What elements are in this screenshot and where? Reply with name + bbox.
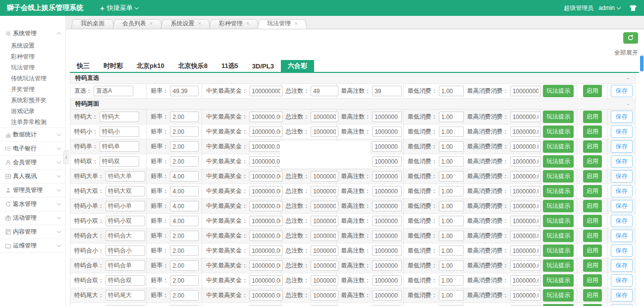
play-hint-button[interactable]: 玩法提示 [543,155,574,168]
max-prize-input[interactable] [249,245,283,256]
min-cost-input[interactable] [439,290,464,301]
play-hint-button[interactable]: 玩法提示 [543,274,574,287]
save-button[interactable]: 保存 [611,111,633,123]
max-bets-input[interactable] [372,260,402,271]
sidebar-item[interactable]: 系统彩预开奖 [0,95,65,106]
section-collapse-toggle[interactable]: - [627,101,629,108]
sidebar-item[interactable]: 开奖管理 [0,84,65,95]
save-button[interactable]: 保存 [611,215,633,227]
odds-input[interactable] [170,141,199,152]
total-bets-input[interactable] [311,260,338,271]
save-button[interactable]: 保存 [611,140,633,153]
play-name-input[interactable] [100,126,139,137]
min-cost-input[interactable] [439,201,464,211]
sidebar-item[interactable]: 注单异常检测 [0,117,65,127]
enable-button[interactable]: 启用 [583,274,602,287]
sidebar-group-toggle-1[interactable]: 系统管理 [0,27,65,40]
min-cost-input[interactable] [439,231,464,241]
play-name-input[interactable] [106,186,145,196]
enable-button[interactable]: 启用 [583,215,602,227]
odds-input[interactable] [170,171,199,182]
max-bets-input[interactable] [372,171,402,182]
enable-button[interactable]: 启用 [583,245,602,257]
min-cost-input[interactable] [439,260,464,271]
odds-input[interactable] [170,216,199,226]
min-cost-input[interactable] [439,186,464,196]
user-menu[interactable]: admin [598,4,620,11]
total-bets-input[interactable] [311,171,338,182]
play-name-input[interactable] [106,231,145,241]
max-bets-input[interactable] [372,231,402,241]
sidebar-collapse-handle[interactable]: ‹ [63,150,69,164]
max-bets-input[interactable] [372,245,402,256]
enable-button[interactable]: 启用 [583,289,602,302]
enable-button[interactable]: 启用 [583,111,602,123]
max-bets-input[interactable] [372,86,402,96]
section-collapse-toggle[interactable]: - [627,75,629,82]
max-bets-input[interactable] [372,290,402,301]
game-tab-6[interactable]: 3D/PL3 [245,60,281,72]
close-icon[interactable]: × [294,21,297,26]
max-bets-input[interactable] [372,186,402,196]
game-tab-3[interactable]: 北京pk10 [130,60,171,72]
max-cost-input[interactable] [510,290,541,301]
max-prize-input[interactable] [249,112,283,122]
odds-input[interactable] [170,126,199,137]
max-bets-input[interactable] [372,201,402,211]
min-cost-input[interactable] [439,245,464,256]
total-bets-input[interactable] [311,290,338,301]
play-hint-button[interactable]: 玩法提示 [543,259,574,272]
max-prize-input[interactable] [249,201,283,211]
play-name-input[interactable] [100,112,139,122]
save-button[interactable]: 保存 [611,155,633,168]
min-cost-input[interactable] [439,275,464,286]
max-cost-input[interactable] [510,186,541,196]
play-name-input[interactable] [106,216,145,226]
play-hint-button[interactable]: 玩法提示 [543,245,574,257]
total-bets-input[interactable] [311,126,338,137]
total-bets-input[interactable] [311,216,338,226]
max-cost-input[interactable] [510,201,541,211]
min-cost-input[interactable] [439,171,464,182]
max-cost-input[interactable] [510,126,541,137]
total-bets-input[interactable] [311,275,338,286]
odds-input[interactable] [170,201,199,211]
play-hint-button[interactable]: 玩法提示 [543,111,574,123]
min-cost-input[interactable] [439,141,464,152]
max-prize-input[interactable] [249,86,283,96]
min-cost-input[interactable] [439,112,464,122]
max-prize-input[interactable] [249,275,283,286]
play-hint-button[interactable]: 玩法提示 [543,200,574,212]
play-hint-button[interactable]: 玩法提示 [543,140,574,153]
enable-button[interactable]: 启用 [583,185,602,197]
odds-input[interactable] [170,245,199,256]
max-prize-input[interactable] [249,216,283,226]
window-tab-5[interactable]: 玩法管理× [257,18,307,29]
max-cost-input[interactable] [510,260,541,271]
max-cost-input[interactable] [510,171,541,182]
max-cost-input[interactable] [510,86,541,96]
play-name-input[interactable] [94,86,133,96]
odds-input[interactable] [170,186,199,196]
enable-button[interactable]: 启用 [583,304,602,306]
window-tab-4[interactable]: 彩种管理× [209,18,259,29]
odds-input[interactable] [170,275,199,286]
sidebar-group-toggle-5[interactable]: 真人视讯 [0,170,65,183]
play-name-input[interactable] [106,260,145,271]
odds-input[interactable] [170,156,199,167]
max-cost-input[interactable] [510,245,541,256]
enable-button[interactable]: 启用 [583,155,602,168]
odds-input[interactable] [170,260,199,271]
sidebar-group-toggle-8[interactable]: 活动管理 [0,211,65,225]
play-hint-button[interactable]: 玩法提示 [543,125,574,138]
window-tab-1[interactable]: 我的桌面 [71,18,114,29]
save-button[interactable]: 保存 [611,259,633,272]
game-tab-5[interactable]: 11选5 [215,60,245,72]
sidebar-group-toggle-3[interactable]: 电子银行 [0,142,65,155]
enable-button[interactable]: 启用 [583,230,602,242]
total-bets-input[interactable] [311,86,338,96]
max-prize-input[interactable] [249,171,283,182]
save-button[interactable]: 保存 [611,185,633,197]
sidebar-group-toggle-9[interactable]: 内容管理 [0,225,65,239]
save-button[interactable]: 保存 [611,230,633,242]
